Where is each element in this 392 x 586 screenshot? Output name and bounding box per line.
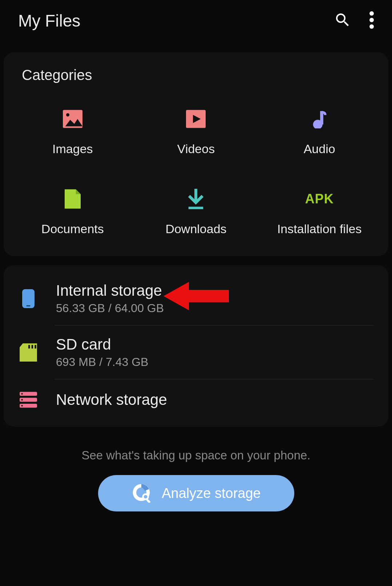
storage-title: SD card (56, 336, 148, 353)
category-installation-files[interactable]: APK Installation files (258, 189, 381, 236)
svg-point-19 (21, 405, 23, 406)
audio-icon (309, 109, 330, 129)
documents-icon (62, 189, 83, 209)
storage-sub: 56.33 GB / 64.00 GB (56, 302, 164, 315)
page-title: My Files (18, 11, 334, 31)
categories-title: Categories (4, 67, 388, 98)
category-audio[interactable]: Audio (258, 109, 381, 156)
category-label: Audio (304, 142, 335, 156)
footer-hint: See what's taking up space on your phone… (0, 449, 392, 462)
category-images[interactable]: Images (11, 109, 134, 156)
storage-card: Internal storage 56.33 GB / 64.00 GB SD … (4, 265, 388, 427)
svg-point-2 (369, 24, 374, 29)
svg-point-0 (369, 11, 374, 16)
downloads-icon (186, 189, 206, 209)
sd-card-icon (18, 342, 39, 363)
svg-rect-12 (32, 345, 33, 348)
apk-icon: APK (309, 189, 330, 209)
network-storage-row[interactable]: Network storage (4, 379, 388, 420)
phone-icon (18, 288, 39, 309)
svg-point-18 (21, 399, 23, 400)
network-icon (18, 390, 39, 410)
categories-grid: Images Videos Audio Documents Downloads (4, 98, 388, 240)
storage-title: Internal storage (56, 282, 164, 299)
storage-sub: 693 MB / 7.43 GB (56, 355, 148, 369)
footer: See what's taking up space on your phone… (0, 427, 392, 522)
category-videos[interactable]: Videos (134, 109, 258, 156)
analyze-button-label: Analyze storage (162, 486, 261, 501)
svg-point-4 (66, 113, 69, 116)
videos-icon (186, 109, 206, 129)
storage-title: Network storage (56, 391, 167, 408)
categories-card: Categories Images Videos Audio Documents (4, 52, 388, 256)
svg-point-22 (144, 495, 147, 498)
category-label: Documents (41, 222, 104, 236)
search-icon[interactable] (334, 11, 351, 30)
images-icon (62, 109, 83, 129)
svg-rect-13 (35, 345, 36, 348)
sd-card-row[interactable]: SD card 693 MB / 7.43 GB (4, 326, 388, 379)
header-actions (334, 11, 374, 30)
more-icon[interactable] (369, 11, 374, 30)
app-header: My Files (0, 0, 392, 45)
storage-text: SD card 693 MB / 7.43 GB (56, 336, 148, 369)
svg-point-17 (21, 393, 23, 394)
storage-text: Internal storage 56.33 GB / 64.00 GB (56, 282, 164, 315)
storage-text: Network storage (56, 391, 167, 408)
analyze-storage-button[interactable]: Analyze storage (98, 475, 294, 511)
category-label: Downloads (165, 222, 226, 236)
internal-storage-row[interactable]: Internal storage 56.33 GB / 64.00 GB (4, 272, 388, 325)
analyze-icon (131, 482, 151, 504)
category-label: Images (52, 142, 93, 156)
svg-point-1 (369, 18, 374, 22)
svg-rect-8 (189, 207, 203, 209)
category-label: Installation files (277, 222, 361, 236)
highlight-arrow (160, 280, 229, 314)
svg-rect-10 (26, 305, 30, 306)
category-label: Videos (177, 142, 215, 156)
svg-rect-11 (28, 345, 30, 348)
category-downloads[interactable]: Downloads (134, 189, 258, 236)
category-documents[interactable]: Documents (11, 189, 134, 236)
